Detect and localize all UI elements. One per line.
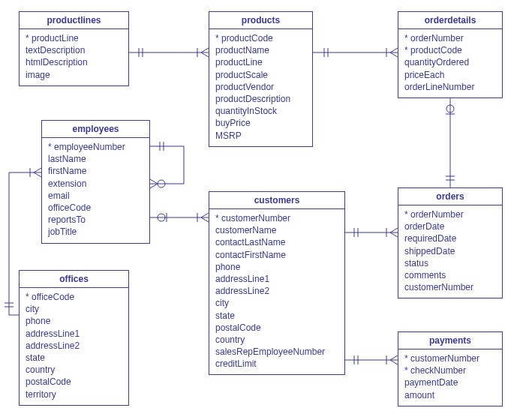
field: reportsTo — [48, 214, 143, 226]
svg-point-13 — [446, 105, 454, 112]
field: contactLastName — [215, 236, 338, 248]
field: postalCode — [26, 376, 122, 388]
field: shippedDate — [404, 245, 496, 257]
entity-title: customers — [209, 192, 344, 209]
entity-offices: offices officeCodecityphoneaddressLine1a… — [19, 270, 129, 406]
svg-line-22 — [390, 232, 398, 237]
field: addressLine1 — [215, 273, 338, 285]
field: addressLine2 — [26, 340, 122, 352]
entity-title: payments — [398, 332, 502, 350]
field: productDescription — [215, 93, 306, 105]
svg-line-21 — [390, 228, 398, 232]
svg-line-10 — [390, 48, 398, 52]
field: textDescription — [26, 44, 122, 56]
field: officeCode — [48, 202, 143, 214]
field: orderNumber — [404, 32, 496, 44]
entity-body: productCodeproductNameproductLineproduct… — [209, 29, 312, 146]
field: extension — [48, 178, 143, 190]
svg-line-5 — [201, 52, 209, 57]
field: officeCode — [26, 291, 122, 303]
field: addressLine2 — [215, 285, 338, 297]
svg-line-38 — [150, 179, 158, 184]
field: productCode — [215, 32, 306, 44]
svg-line-34 — [201, 218, 209, 222]
field: checkNumber — [404, 364, 496, 376]
svg-line-33 — [201, 213, 209, 218]
field: email — [48, 190, 143, 202]
field: productVendor — [215, 81, 306, 93]
field: city — [215, 297, 338, 309]
entity-title: employees — [42, 121, 149, 138]
field: productScale — [215, 69, 306, 81]
field: customerNumber — [404, 281, 496, 293]
field: phone — [26, 315, 122, 327]
entity-employees: employees employeeNumberlastNamefirstNam… — [41, 120, 150, 244]
entity-body: orderNumberorderDaterequiredDateshippedD… — [398, 206, 502, 298]
field: productCode — [404, 44, 496, 56]
field: priceEach — [404, 69, 496, 81]
entity-products: products productCodeproductNameproductLi… — [209, 11, 313, 147]
entity-body: officeCodecityphoneaddressLine1addressLi… — [20, 288, 128, 405]
field: country — [26, 364, 122, 376]
field: addressLine1 — [26, 328, 122, 340]
entity-payments: payments customerNumbercheckNumberpaymen… — [398, 332, 503, 406]
field: firstName — [48, 165, 143, 177]
field: salesRepEmployeeNumber — [215, 346, 338, 358]
entity-productlines: productlines productLinetextDescriptionh… — [19, 11, 129, 86]
field: customerNumber — [215, 212, 338, 224]
field: customerName — [215, 224, 338, 236]
field: status — [404, 257, 496, 269]
field: MSRP — [215, 130, 306, 142]
field: amount — [404, 389, 496, 401]
field: city — [26, 303, 122, 315]
svg-line-45 — [34, 172, 41, 177]
field: quantityInStock — [215, 105, 306, 117]
field: lastName — [48, 153, 143, 165]
entity-customers: customers customerNumbercustomerNamecont… — [209, 191, 345, 375]
svg-line-4 — [201, 48, 209, 52]
entity-title: products — [209, 12, 312, 29]
field: postalCode — [215, 322, 338, 334]
entity-orders: orders orderNumberorderDaterequiredDates… — [398, 188, 503, 298]
field: comments — [404, 269, 496, 281]
field: image — [26, 69, 122, 81]
field: orderDate — [404, 220, 496, 232]
svg-line-44 — [34, 168, 41, 172]
field: creditLimit — [215, 358, 338, 370]
field: paymentDate — [404, 376, 496, 388]
entity-body: employeeNumberlastNamefirstNameextension… — [42, 138, 149, 243]
entity-body: customerNumbercustomerNamecontactLastNam… — [209, 209, 344, 374]
field: customerNumber — [404, 352, 496, 364]
field: state — [26, 352, 122, 364]
entity-title: productlines — [20, 12, 128, 29]
field: state — [215, 310, 338, 322]
entity-title: orderdetails — [398, 12, 502, 29]
field: territory — [26, 388, 122, 400]
field: buyPrice — [215, 117, 306, 129]
field: requiredDate — [404, 232, 496, 244]
field: phone — [215, 261, 338, 273]
entity-title: offices — [20, 271, 128, 288]
entity-body: orderNumberproductCodequantityOrderedpri… — [398, 29, 502, 98]
field: productLine — [215, 56, 306, 68]
field: quantityOrdered — [404, 56, 496, 68]
field: orderLineNumber — [404, 81, 496, 93]
svg-line-28 — [390, 360, 398, 364]
svg-line-27 — [390, 356, 398, 360]
field: productLine — [26, 32, 122, 44]
entity-body: customerNumbercheckNumberpaymentDateamou… — [398, 350, 502, 406]
entity-title: orders — [398, 188, 502, 206]
field: htmlDescription — [26, 56, 122, 68]
field: country — [215, 334, 338, 346]
field: contactFirstName — [215, 249, 338, 261]
field: productName — [215, 44, 306, 56]
entity-body: productLinetextDescriptionhtmlDescriptio… — [20, 29, 128, 86]
field: orderNumber — [404, 208, 496, 220]
svg-line-39 — [150, 184, 158, 188]
field: jobTitle — [48, 226, 143, 238]
field: employeeNumber — [48, 141, 143, 153]
svg-point-37 — [158, 180, 165, 188]
svg-line-11 — [390, 52, 398, 57]
entity-orderdetails: orderdetails orderNumberproductCodequant… — [398, 11, 503, 98]
svg-point-30 — [158, 214, 165, 221]
